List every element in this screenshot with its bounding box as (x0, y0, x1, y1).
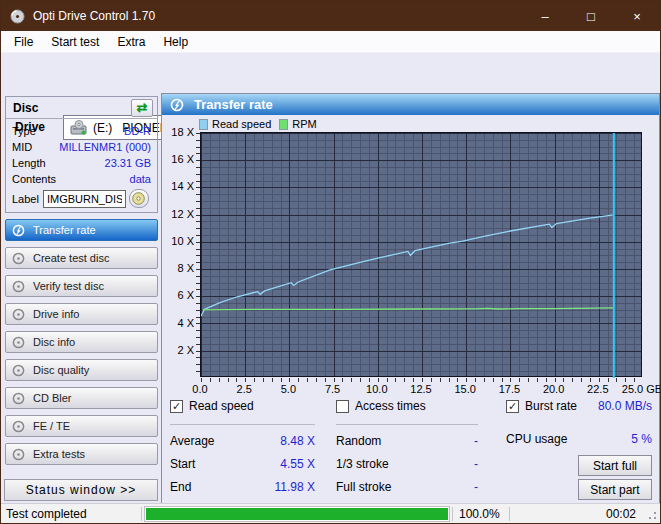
menubar: File Start test Extra Help (1, 31, 660, 53)
menu-help[interactable]: Help (154, 32, 197, 52)
y-tick-label: 16 X (171, 153, 194, 165)
disc-label-row: Label (6, 187, 157, 208)
sidebar-item-disc-quality[interactable]: Disc quality (5, 359, 158, 381)
label-field-label: Label (12, 193, 39, 205)
access-times-checkbox[interactable] (336, 400, 349, 413)
status-text: Test completed (1, 507, 141, 521)
x-tick-label: 15.0 (454, 383, 475, 395)
main-panel: Transfer rate Read speed RPM 2 X4 X6 X8 … (161, 93, 660, 504)
stat-value: - (474, 480, 478, 494)
start-full-button[interactable]: Start full (578, 455, 652, 476)
plot-svg (201, 133, 643, 378)
burst-rate-checkbox[interactable]: ✓ (506, 400, 519, 413)
sidebar-item-label: Disc info (33, 336, 75, 348)
sidebar-item-cd-bler[interactable]: CD Bler (5, 387, 158, 409)
disc-panel-title: Disc (13, 101, 38, 115)
disc-field-length: Length 23.31 GB (6, 155, 157, 171)
sidebar-item-label: CD Bler (33, 392, 72, 404)
disc-icon (12, 252, 25, 265)
legend-rpm: RPM (292, 118, 316, 130)
maximize-icon[interactable]: □ (568, 1, 614, 31)
start-part-button[interactable]: Start part (578, 479, 652, 500)
main-header: Transfer rate (162, 94, 659, 115)
stat-value: - (474, 434, 478, 448)
stat-value: 5 % (631, 432, 652, 446)
sidebar-item-transfer-rate[interactable]: Transfer rate (5, 219, 158, 241)
refresh-disc-button[interactable]: ⇄ (131, 99, 153, 117)
read-speed-checkbox[interactable]: ✓ (170, 400, 183, 413)
toolbar: Drive (E:) PIONEER BD-RW BDR-212U 1.00 S… (1, 53, 660, 93)
rpm-swatch (279, 119, 288, 130)
progress-fill (146, 508, 448, 520)
disc-label-input[interactable] (43, 190, 126, 208)
cpu-usage-row: CPU usage 5 % (506, 428, 652, 449)
field-value: BD-R (124, 125, 151, 137)
disc-label-button[interactable] (129, 189, 149, 208)
burst-rate-value: 80.0 MB/s (598, 399, 652, 413)
x-tick-label: 25.0 GB (622, 383, 661, 395)
disc-icon (12, 280, 25, 293)
disc-icon (12, 308, 25, 321)
sidebar-item-drive-info[interactable]: Drive info (5, 303, 158, 325)
window-title: Opti Drive Control 1.70 (33, 9, 155, 23)
sidebar-item-verify-test-disc[interactable]: Verify test disc (5, 275, 158, 297)
sidebar-item-label: Drive info (33, 308, 79, 320)
minimize-icon[interactable]: – (522, 1, 568, 31)
sidebar-item-fe-te[interactable]: FE / TE (5, 415, 158, 437)
menu-file[interactable]: File (5, 32, 42, 52)
stat-value: 8.48 X (280, 434, 315, 448)
access-times-label: Access times (355, 399, 426, 413)
sidebar-item-extra-tests[interactable]: Extra tests (5, 443, 158, 465)
stat-label: 1/3 stroke (336, 457, 389, 471)
start-full-label: Start full (593, 459, 637, 473)
resize-grip[interactable] (644, 507, 658, 521)
stat-label: Average (170, 434, 214, 448)
stat-label: Full stroke (336, 480, 391, 494)
field-value: MILLENMR1 (000) (59, 141, 151, 153)
menu-extra[interactable]: Extra (108, 32, 154, 52)
stat-value: - (474, 457, 478, 471)
x-tick-label: 20.0 (543, 383, 564, 395)
disc-icon (12, 420, 25, 433)
x-tick-label: 17.5 (499, 383, 520, 395)
y-tick-label: 14 X (171, 180, 194, 192)
series-rpm (203, 308, 614, 310)
legend-read-speed: Read speed (212, 118, 271, 130)
plot-area (200, 132, 642, 377)
sidebar-item-disc-info[interactable]: Disc info (5, 331, 158, 353)
status-window-label: Status window >> (26, 483, 137, 497)
sidebar-item-label: Extra tests (33, 448, 85, 460)
sidebar-item-create-test-disc[interactable]: Create test disc (5, 247, 158, 269)
sidebar-item-label: Transfer rate (33, 224, 96, 236)
start-row: Start 4.55 X (170, 452, 315, 475)
y-tick-label: 12 X (171, 208, 194, 220)
x-tick-label: 2.5 (237, 383, 252, 395)
y-axis-labels: 2 X4 X6 X8 X10 X12 X14 X16 X18 X (162, 132, 196, 377)
y-tick-label: 2 X (177, 344, 194, 356)
y-tick-label: 4 X (177, 317, 194, 329)
field-label: MID (12, 141, 32, 153)
statusbar-divider (141, 507, 142, 521)
main-title: Transfer rate (194, 97, 273, 112)
stat-label: CPU usage (506, 432, 567, 446)
field-value: data (130, 173, 151, 185)
sidebar-nav: Transfer rate Create test disc Verify te… (5, 219, 158, 471)
disc-icon (170, 98, 184, 112)
chart-legend: Read speed RPM (199, 118, 317, 130)
status-window-button[interactable]: Status window >> (4, 479, 158, 501)
x-tick-label: 7.5 (325, 383, 340, 395)
read-speed-section: ✓ Read speed Average 8.48 X Start 4.55 X… (170, 406, 315, 498)
disc-icon (12, 224, 25, 237)
field-label: Length (12, 157, 46, 169)
sidebar-item-label: Create test disc (33, 252, 109, 264)
x-tick-label: 5.0 (281, 383, 296, 395)
x-tick-label: 22.5 (587, 383, 608, 395)
close-icon[interactable]: × (614, 1, 660, 31)
sidebar-item-label: Disc quality (33, 364, 89, 376)
series-read-speed (201, 215, 614, 316)
y-tick-label: 6 X (177, 289, 194, 301)
menu-start-test[interactable]: Start test (42, 32, 108, 52)
x-axis-ticks (201, 378, 643, 382)
disc-panel: Disc ⇄ Type BD-R MID MILLENMR1 (000) Len… (5, 96, 158, 213)
stat-label: Start (170, 457, 195, 471)
